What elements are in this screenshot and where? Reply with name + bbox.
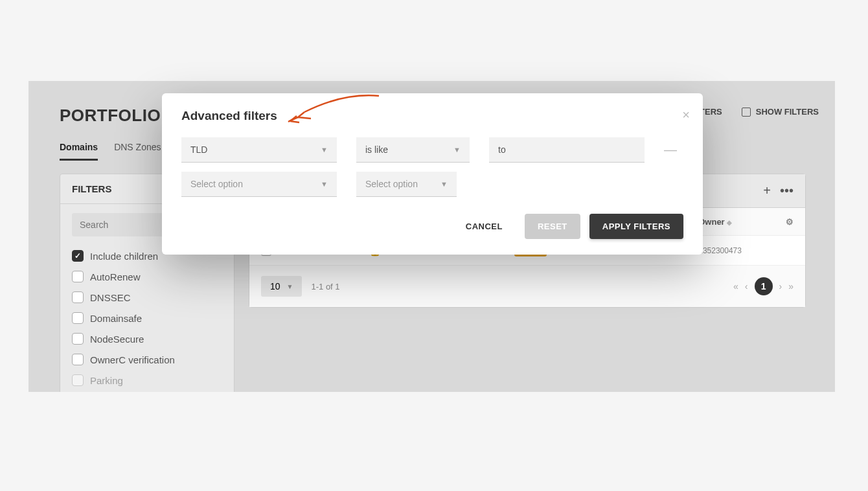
apply-filters-button[interactable]: APPLY FILTERS xyxy=(589,214,683,239)
more-icon[interactable]: ••• xyxy=(780,183,794,198)
pager: « ‹ 1 › » xyxy=(733,277,794,295)
chevron-down-icon: ▼ xyxy=(440,180,448,188)
tab-domains[interactable]: Domains xyxy=(60,142,98,161)
pagination: 10 ▼ 1-1 of 1 « ‹ 1 › » xyxy=(249,266,805,307)
show-filters-action[interactable]: SHOW FILTERS xyxy=(742,107,819,117)
page-size-select[interactable]: 10 ▼ xyxy=(261,276,302,297)
columns-icon xyxy=(742,108,751,117)
pager-first[interactable]: « xyxy=(733,281,738,291)
field-select-empty[interactable]: Select option ▼ xyxy=(181,172,337,197)
advanced-filters-modal: Advanced filters × TLD ▼ is like ▼ to — … xyxy=(162,93,703,255)
filter-item-parking[interactable]: Parking xyxy=(72,370,222,391)
filter-item-autorenew[interactable]: AutoRenew xyxy=(72,266,222,287)
checkbox-icon[interactable] xyxy=(72,312,84,324)
filter-label: Parking xyxy=(90,375,123,386)
chevron-down-icon: ▼ xyxy=(321,180,328,188)
checkbox-icon[interactable] xyxy=(72,354,84,365)
checkbox-icon[interactable] xyxy=(72,333,84,345)
operator-select[interactable]: is like ▼ xyxy=(356,137,470,163)
checkbox-icon[interactable] xyxy=(72,271,84,282)
pager-prev[interactable]: ‹ xyxy=(745,281,748,291)
pager-last[interactable]: » xyxy=(788,281,794,291)
show-filters-label: SHOW FILTERS xyxy=(756,107,819,117)
filter-item-nodesecure[interactable]: NodeSecure xyxy=(72,328,222,349)
filter-item-domainsafe[interactable]: Domainsafe xyxy=(72,308,222,328)
tabs: Domains DNS Zones xyxy=(60,142,161,161)
filter-label: Include children xyxy=(90,251,158,262)
chevron-down-icon: ▼ xyxy=(287,283,293,290)
close-icon[interactable]: × xyxy=(682,108,690,122)
checkbox-checked-icon[interactable] xyxy=(72,250,84,262)
pager-next[interactable]: › xyxy=(779,281,782,291)
filter-item-dnssec[interactable]: DNSSEC xyxy=(72,287,222,308)
filter-row: TLD ▼ is like ▼ to — xyxy=(181,137,683,163)
filter-label: Domainsafe xyxy=(90,313,142,324)
filter-label: NodeSecure xyxy=(90,334,144,345)
filter-label: OwnerC verification xyxy=(90,354,175,365)
pager-current[interactable]: 1 xyxy=(755,277,773,295)
cell-owner: 1352300473 xyxy=(698,246,774,255)
modal-actions: CANCEL RESET APPLY FILTERS xyxy=(181,214,683,239)
filter-label: DNSSEC xyxy=(90,292,131,303)
field-select[interactable]: TLD ▼ xyxy=(181,137,337,163)
chevron-down-icon: ▼ xyxy=(453,146,461,154)
checkbox-icon[interactable] xyxy=(72,374,84,386)
checkbox-icon[interactable] xyxy=(72,291,84,303)
col-owner[interactable]: Owner◆ xyxy=(698,217,774,227)
page-title: PORTFOLIO xyxy=(60,106,161,126)
operator-select-empty[interactable]: Select option ▼ xyxy=(356,172,457,197)
add-icon[interactable]: + xyxy=(763,183,771,198)
header-actions: FILTERS SHOW FILTERS xyxy=(688,107,819,117)
reset-button[interactable]: RESET xyxy=(525,214,580,239)
filter-row-empty: Select option ▼ Select option ▼ xyxy=(181,172,683,197)
cancel-button[interactable]: CANCEL xyxy=(453,214,516,239)
tab-dns-zones[interactable]: DNS Zones xyxy=(114,142,161,161)
sort-icon: ◆ xyxy=(727,219,732,226)
chevron-down-icon: ▼ xyxy=(321,146,328,154)
value-input[interactable]: to xyxy=(489,137,645,163)
modal-title: Advanced filters xyxy=(181,109,683,123)
page-info: 1-1 of 1 xyxy=(311,282,339,291)
filter-label: AutoRenew xyxy=(90,271,141,282)
gear-icon[interactable]: ⚙ xyxy=(775,217,794,227)
remove-row-icon[interactable]: — xyxy=(664,143,677,157)
filter-item-ownerc[interactable]: OwnerC verification xyxy=(72,349,222,370)
